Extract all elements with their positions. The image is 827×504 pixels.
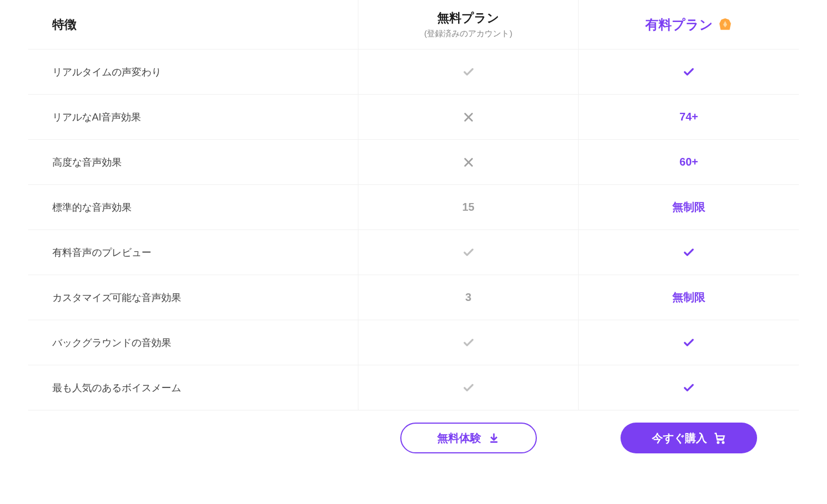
feature-row: バックグラウンドの音効果	[28, 320, 799, 365]
paid-plan-title: 有料プラン	[645, 16, 713, 34]
feature-name: 最も人気のあるボイスメーム	[52, 381, 181, 395]
free-value-cell	[358, 230, 579, 275]
header-feature-cell: 特徴	[28, 0, 358, 49]
paid-value-cell	[579, 365, 799, 410]
feature-name-cell: 高度な音声効果	[28, 140, 358, 184]
feature-row: リアルタイムの声変わり	[28, 50, 799, 95]
paid-value-cell: 無制限	[579, 185, 799, 229]
feature-name-cell: リアルタイムの声変わり	[28, 50, 358, 94]
free-value-cell	[358, 95, 579, 139]
check-icon	[463, 246, 475, 259]
feature-row: 標準的な音声効果15無制限	[28, 185, 799, 230]
download-icon	[488, 432, 500, 444]
feature-name: バックグラウンドの音効果	[52, 336, 171, 349]
buy-now-button[interactable]: 今すぐ購入	[621, 423, 757, 453]
feature-header-label: 特徴	[52, 17, 77, 33]
cta-empty-cell	[28, 410, 358, 465]
plan-comparison-table: 特徴 無料プラン (登録済みのアカウント) 有料プラン リアルタイムの声変わりリ…	[28, 0, 799, 465]
cta-paid-cell: 今すぐ購入	[579, 410, 799, 465]
cell-value: 無制限	[672, 200, 705, 215]
free-plan-title: 無料プラン	[437, 10, 499, 26]
feature-row: カスタマイズ可能な音声効果3無制限	[28, 275, 799, 320]
free-plan-subtitle: (登録済みのアカウント)	[425, 29, 513, 39]
free-value-cell: 15	[358, 185, 579, 229]
cell-value: 3	[465, 291, 471, 304]
feature-row: 高度な音声効果60+	[28, 140, 799, 185]
free-trial-button-label: 無料体験	[437, 431, 481, 446]
check-icon	[683, 246, 695, 259]
check-icon	[463, 66, 475, 78]
free-value-cell	[358, 50, 579, 94]
check-icon	[683, 66, 695, 78]
feature-name: 有料音声のプレビュー	[52, 246, 151, 259]
paid-value-cell	[579, 230, 799, 275]
feature-name: 高度な音声効果	[52, 156, 122, 169]
feature-name: リアルなAI音声効果	[52, 111, 141, 124]
svg-point-4	[717, 442, 719, 443]
feature-name-cell: 有料音声のプレビュー	[28, 230, 358, 275]
feature-row: 最も人気のあるボイスメーム	[28, 365, 799, 410]
check-icon	[683, 337, 695, 349]
cross-icon	[463, 111, 475, 123]
paid-value-cell: 無制限	[579, 275, 799, 320]
feature-row: 有料音声のプレビュー	[28, 230, 799, 275]
check-icon	[463, 382, 475, 394]
feature-name-cell: 最も人気のあるボイスメーム	[28, 365, 358, 410]
paid-value-cell	[579, 50, 799, 94]
feature-name: カスタマイズ可能な音声効果	[52, 291, 181, 304]
cell-value: 無制限	[672, 290, 705, 305]
feature-name-cell: カスタマイズ可能な音声効果	[28, 275, 358, 320]
cta-free-cell: 無料体験	[358, 410, 579, 465]
header-paid-plan-cell: 有料プラン	[579, 0, 799, 49]
paid-plan-wrapper: 有料プラン	[645, 16, 733, 34]
free-value-cell	[358, 320, 579, 365]
svg-point-5	[722, 442, 724, 443]
paid-value-cell: 60+	[579, 140, 799, 184]
feature-name-cell: リアルなAI音声効果	[28, 95, 358, 139]
check-icon	[463, 337, 475, 349]
feature-row: リアルなAI音声効果74+	[28, 95, 799, 140]
crown-icon	[717, 17, 733, 32]
feature-name: 標準的な音声効果	[52, 201, 132, 214]
paid-value-cell: 74+	[579, 95, 799, 139]
header-free-plan-cell: 無料プラン (登録済みのアカウント)	[358, 0, 579, 49]
cross-icon	[463, 156, 475, 168]
buy-now-button-label: 今すぐ購入	[652, 431, 707, 446]
feature-name-cell: 標準的な音声効果	[28, 185, 358, 229]
cell-value: 74+	[679, 111, 698, 123]
cell-value: 60+	[679, 156, 698, 168]
cell-value: 15	[462, 201, 474, 213]
free-value-cell	[358, 365, 579, 410]
cart-icon	[714, 432, 726, 444]
feature-name: リアルタイムの声変わり	[52, 65, 161, 79]
cta-row: 無料体験 今すぐ購入	[28, 410, 799, 465]
feature-name-cell: バックグラウンドの音効果	[28, 320, 358, 365]
free-trial-button[interactable]: 無料体験	[400, 423, 537, 453]
paid-value-cell	[579, 320, 799, 365]
free-value-cell: 3	[358, 275, 579, 320]
check-icon	[683, 382, 695, 394]
free-value-cell	[358, 140, 579, 184]
table-header-row: 特徴 無料プラン (登録済みのアカウント) 有料プラン	[28, 0, 799, 50]
table-body: リアルタイムの声変わりリアルなAI音声効果74+高度な音声効果60+標準的な音声…	[28, 50, 799, 410]
